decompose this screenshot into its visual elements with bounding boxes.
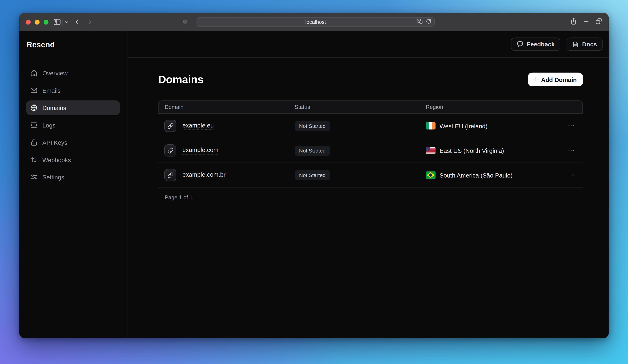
domain-cell: example.eu [158, 120, 295, 132]
logs-icon [30, 121, 37, 129]
link-icon [164, 169, 176, 181]
plus-icon: + [534, 76, 538, 83]
privacy-shield-icon [182, 13, 188, 31]
status-cell: Not Started [295, 170, 426, 180]
domain-link[interactable]: example.com.br [182, 171, 226, 179]
sidebar-item-overview[interactable]: Overview [26, 66, 120, 80]
sidebar-toggle-icon[interactable] [53, 13, 61, 31]
close-window-button[interactable] [26, 19, 31, 24]
table-row: example.eu Not Started West EU (Ireland)… [158, 114, 583, 138]
mail-icon [30, 87, 37, 94]
sidebar-item-webhooks[interactable]: Webhooks [26, 153, 120, 167]
sidebar-item-label: Domains [42, 104, 66, 111]
sidebar-item-settings[interactable]: Settings [26, 170, 120, 184]
sidebar-item-label: Emails [42, 87, 61, 94]
page-title: Domains [158, 73, 204, 86]
table-header-row: Domain Status Region [158, 100, 583, 114]
new-tab-icon[interactable] [583, 18, 589, 26]
link-icon [164, 120, 176, 132]
tab-overview-icon[interactable] [595, 18, 602, 26]
sidebar-item-label: Webhooks [42, 156, 71, 163]
region-cell: West EU (Ireland) ⋯ [426, 122, 583, 129]
column-header-domain: Domain [159, 104, 295, 110]
svg-text:x: x [420, 21, 422, 23]
region-cell: East US (North Virginia) ⋯ [426, 147, 583, 154]
pagination-status: Page 1 of 1 [158, 194, 583, 200]
region-label: West EU (Ireland) [440, 122, 487, 129]
status-badge: Not Started [295, 170, 330, 180]
sidebar: Resend Overview [19, 31, 128, 338]
document-icon [572, 41, 579, 47]
sidebar-nav: Overview Emails [19, 66, 128, 187]
docs-button-label: Docs [582, 41, 597, 48]
add-domain-button[interactable]: + Add Domain [528, 73, 583, 86]
region-label: East US (North Virginia) [440, 147, 504, 154]
column-header-status: Status [295, 104, 426, 110]
reload-icon[interactable] [426, 19, 432, 26]
domain-link[interactable]: example.eu [182, 122, 214, 130]
browser-window: localhost A x [19, 13, 609, 338]
feedback-button[interactable]: Feedback [511, 37, 560, 51]
row-more-button[interactable]: ⋯ [568, 123, 575, 129]
status-badge: Not Started [295, 121, 330, 131]
resend-logo: Resend [19, 31, 128, 49]
address-bar-url: localhost [305, 19, 326, 25]
table-row: example.com Not Started East US (North V… [158, 138, 583, 163]
feedback-bubble-icon [517, 41, 524, 48]
sidebar-item-label: Settings [42, 174, 64, 181]
domains-page: Domains + Add Domain Domain Status Regio… [128, 58, 609, 200]
arrows-up-down-icon [30, 156, 37, 163]
region-label: South America (São Paulo) [440, 172, 513, 179]
fullscreen-window-button[interactable] [44, 19, 49, 24]
table-row: example.com.br Not Started South America… [158, 163, 583, 188]
content-topbar: Feedback Docs [128, 31, 609, 58]
address-bar-icons: A x [416, 18, 432, 26]
sidebar-item-label: Overview [42, 69, 68, 76]
window-controls [26, 13, 49, 31]
feedback-button-label: Feedback [527, 41, 555, 48]
translate-icon[interactable]: A x [416, 18, 423, 26]
minimize-window-button[interactable] [35, 19, 40, 24]
sliders-icon [30, 173, 37, 181]
sidebar-item-emails[interactable]: Emails [26, 83, 120, 98]
address-bar[interactable]: localhost A x [197, 17, 435, 27]
ireland-flag-icon [426, 122, 436, 129]
row-more-button[interactable]: ⋯ [568, 147, 575, 154]
region-cell: South America (São Paulo) ⋯ [426, 172, 583, 179]
forward-icon[interactable] [87, 13, 92, 31]
usa-flag-icon [426, 147, 436, 154]
add-domain-button-label: Add Domain [541, 76, 577, 83]
back-icon[interactable] [74, 13, 80, 31]
status-cell: Not Started [295, 121, 426, 131]
domain-link[interactable]: example.com [182, 146, 219, 155]
share-icon[interactable] [570, 17, 577, 27]
brazil-flag-icon [426, 172, 436, 179]
content-area: Feedback Docs [128, 31, 609, 338]
resend-app: Resend Overview [19, 31, 609, 338]
domain-cell: example.com [158, 144, 295, 156]
page-header: Domains + Add Domain [158, 73, 583, 86]
chevron-down-icon[interactable] [65, 13, 69, 31]
sidebar-item-label: Logs [42, 121, 56, 128]
toolbar-separator [62, 18, 63, 26]
browser-toolbar: localhost A x [19, 13, 609, 31]
status-cell: Not Started [295, 145, 426, 155]
home-icon [30, 69, 37, 77]
link-icon [164, 144, 176, 156]
sidebar-item-domains[interactable]: Domains [26, 100, 120, 115]
toolbar-right-icons [570, 13, 602, 31]
sidebar-item-label: API Keys [42, 139, 67, 146]
docs-button[interactable]: Docs [567, 37, 602, 51]
lock-icon [30, 139, 37, 146]
row-more-button[interactable]: ⋯ [568, 172, 575, 178]
desktop: localhost A x [0, 0, 628, 364]
domains-table: Domain Status Region [158, 100, 583, 187]
column-header-region: Region [426, 104, 582, 110]
sidebar-item-api-keys[interactable]: API Keys [26, 135, 120, 150]
status-badge: Not Started [295, 145, 330, 155]
globe-icon [30, 104, 37, 111]
sidebar-item-logs[interactable]: Logs [26, 118, 120, 132]
domain-cell: example.com.br [158, 169, 295, 181]
